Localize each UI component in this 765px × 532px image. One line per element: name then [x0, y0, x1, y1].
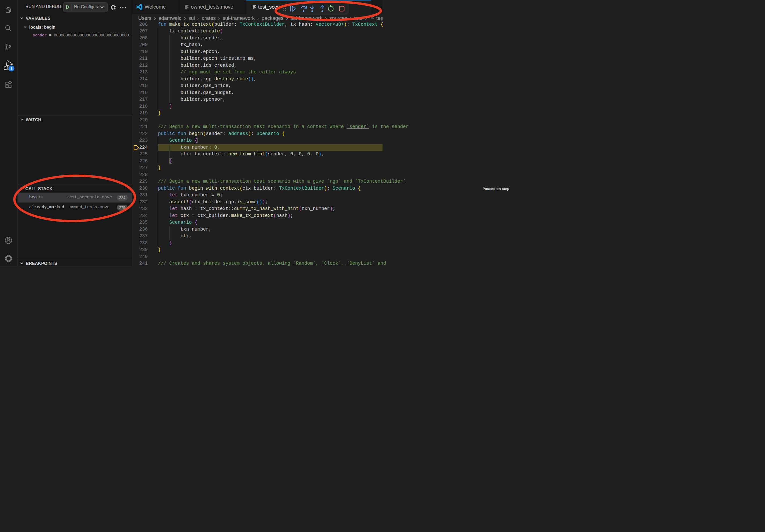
svg-text:1: 1	[10, 67, 13, 71]
